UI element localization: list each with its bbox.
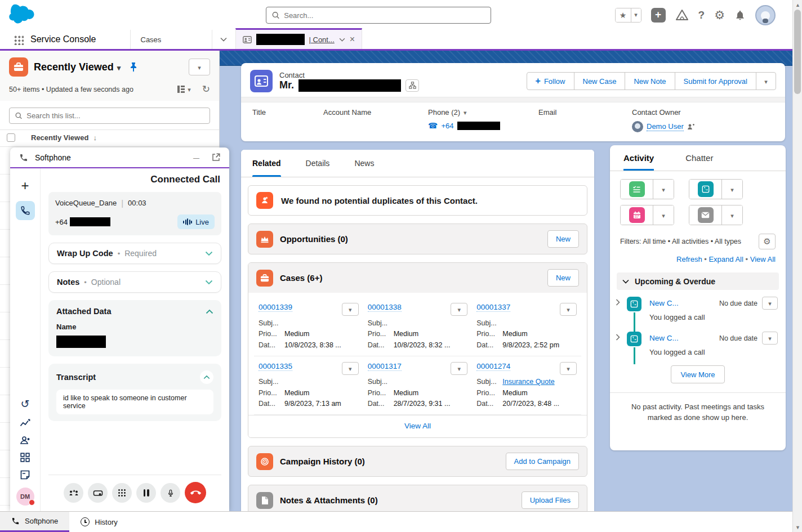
task-title-link[interactable]: New C... bbox=[649, 299, 679, 307]
new-event-button[interactable] bbox=[621, 205, 653, 225]
app-launcher-waffle-icon[interactable] bbox=[14, 35, 24, 45]
case-subject-link[interactable]: Insurance Quote bbox=[502, 378, 554, 386]
log-call-button[interactable] bbox=[689, 180, 722, 199]
list-search[interactable] bbox=[9, 108, 210, 124]
change-owner-icon[interactable] bbox=[687, 123, 695, 131]
global-actions-plus-icon[interactable]: + bbox=[651, 8, 666, 23]
trailhead-icon[interactable] bbox=[675, 9, 689, 21]
nav-tab-cases[interactable]: Cases bbox=[130, 30, 212, 49]
tab-activity[interactable]: Activity bbox=[623, 145, 654, 171]
active-call-phone-icon[interactable] bbox=[16, 201, 35, 220]
minimize-icon[interactable] bbox=[193, 153, 199, 162]
more-actions-button[interactable] bbox=[756, 72, 776, 90]
chevron-down-icon[interactable] bbox=[339, 38, 345, 42]
dialpad-icon[interactable] bbox=[112, 483, 132, 503]
view-more-button[interactable]: View More bbox=[671, 365, 724, 383]
upload-files-button[interactable]: Upload Files bbox=[522, 491, 579, 509]
view-all-link[interactable]: View All bbox=[750, 255, 776, 263]
list-view-controls-button[interactable] bbox=[189, 59, 210, 75]
case-number-link[interactable]: 00001274 bbox=[476, 362, 510, 371]
utility-history-tab[interactable]: History bbox=[69, 512, 128, 532]
email-caret[interactable] bbox=[722, 205, 742, 225]
favorites-caret[interactable] bbox=[631, 8, 641, 22]
hierarchy-icon[interactable] bbox=[406, 79, 419, 92]
agents-icon[interactable] bbox=[20, 436, 31, 445]
case-number-link[interactable]: 00001337 bbox=[476, 303, 510, 312]
close-icon[interactable] bbox=[350, 34, 355, 44]
new-opportunity-button[interactable]: New bbox=[547, 230, 579, 248]
log-call-caret[interactable] bbox=[722, 180, 742, 199]
new-event-caret[interactable] bbox=[653, 205, 674, 225]
chevron-right-icon[interactable] bbox=[616, 334, 620, 341]
case-number-link[interactable]: 00001317 bbox=[368, 362, 402, 371]
device-icon[interactable] bbox=[88, 483, 108, 503]
scroll-up-arrow[interactable]: ▲ bbox=[793, 0, 802, 10]
case-actions-button[interactable] bbox=[451, 362, 467, 375]
page-scrollbar[interactable]: ▲ ▼ bbox=[792, 0, 802, 532]
popout-icon[interactable] bbox=[212, 153, 220, 162]
expand-all-link[interactable]: Expand All bbox=[709, 255, 743, 263]
cases-view-all-link[interactable]: View All bbox=[404, 422, 431, 430]
transfer-icon[interactable] bbox=[64, 483, 83, 503]
agent-avatar[interactable]: DM bbox=[16, 488, 34, 506]
follow-button[interactable]: +Follow bbox=[527, 72, 574, 90]
tab-news[interactable]: News bbox=[354, 150, 374, 177]
help-icon[interactable]: ? bbox=[698, 9, 705, 21]
case-actions-button[interactable] bbox=[342, 303, 359, 316]
chevron-right-icon[interactable] bbox=[616, 299, 620, 306]
mic-icon[interactable] bbox=[161, 483, 180, 503]
call-history-icon[interactable]: ↺ bbox=[21, 397, 30, 410]
favorites-star-icon[interactable]: ★ bbox=[616, 8, 631, 22]
owner-link[interactable]: Demo User bbox=[647, 122, 684, 131]
select-all-checkbox[interactable] bbox=[7, 133, 15, 142]
apps-grid-icon[interactable] bbox=[20, 453, 30, 462]
new-note-button[interactable]: New Note bbox=[625, 72, 675, 90]
new-case-button[interactable]: New bbox=[547, 269, 579, 287]
pause-icon[interactable] bbox=[136, 483, 156, 503]
global-search[interactable] bbox=[266, 7, 491, 24]
display-as-icon[interactable] bbox=[177, 85, 191, 93]
case-actions-button[interactable] bbox=[451, 303, 467, 316]
case-number-link[interactable]: 00001339 bbox=[259, 303, 292, 312]
new-case-button[interactable]: New Case bbox=[574, 72, 626, 90]
case-actions-button[interactable] bbox=[560, 362, 577, 375]
scrollbar-thumb[interactable] bbox=[794, 10, 801, 94]
case-number-link[interactable]: 00001338 bbox=[368, 303, 402, 312]
nav-tab-cases-caret[interactable] bbox=[212, 30, 235, 49]
nav-tab-contact[interactable]: | Cont... bbox=[235, 28, 363, 49]
add-call-icon[interactable]: + bbox=[16, 176, 35, 195]
favorites-control[interactable]: ★ bbox=[615, 8, 641, 23]
case-actions-button[interactable] bbox=[342, 362, 359, 375]
list-view-title[interactable]: Recently Viewed bbox=[34, 61, 121, 73]
chevron-up-icon[interactable] bbox=[200, 370, 213, 384]
end-call-icon[interactable] bbox=[185, 482, 206, 503]
notes-card-icon[interactable] bbox=[20, 470, 30, 480]
add-to-campaign-button[interactable]: Add to Campaign bbox=[506, 453, 579, 470]
email-button[interactable] bbox=[689, 205, 722, 225]
case-number-link[interactable]: 00001335 bbox=[259, 362, 292, 371]
analytics-icon[interactable] bbox=[20, 418, 31, 428]
task-title-link[interactable]: New C... bbox=[649, 334, 679, 342]
task-actions-button[interactable] bbox=[762, 332, 778, 345]
scroll-down-arrow[interactable]: ▼ bbox=[793, 522, 802, 532]
tab-related[interactable]: Related bbox=[252, 150, 281, 177]
task-actions-button[interactable] bbox=[762, 297, 778, 310]
global-search-input[interactable] bbox=[284, 11, 485, 20]
user-avatar[interactable] bbox=[755, 5, 776, 25]
case-actions-button[interactable] bbox=[560, 303, 577, 316]
wrapup-code-section[interactable]: Wrap Up Code • Required bbox=[48, 243, 221, 264]
utility-softphone-tab[interactable]: Softphone bbox=[0, 512, 69, 532]
chevron-down-icon[interactable] bbox=[464, 108, 467, 117]
column-header-recently-viewed[interactable]: Recently Viewed bbox=[31, 133, 97, 142]
phone-link[interactable]: +64 bbox=[441, 122, 453, 130]
upcoming-overdue-section[interactable]: Upcoming & Overdue bbox=[617, 272, 779, 290]
refresh-icon[interactable] bbox=[202, 83, 210, 95]
setup-gear-icon[interactable]: ⚙ bbox=[714, 8, 725, 22]
new-task-button[interactable] bbox=[621, 180, 653, 199]
new-task-caret[interactable] bbox=[653, 180, 674, 199]
submit-for-approval-button[interactable]: Submit for Approval bbox=[675, 72, 756, 90]
tab-chatter[interactable]: Chatter bbox=[685, 145, 713, 171]
tab-details[interactable]: Details bbox=[306, 150, 330, 177]
notifications-bell-icon[interactable] bbox=[734, 9, 746, 21]
activity-filter-gear-icon[interactable]: ⚙ bbox=[759, 234, 776, 249]
